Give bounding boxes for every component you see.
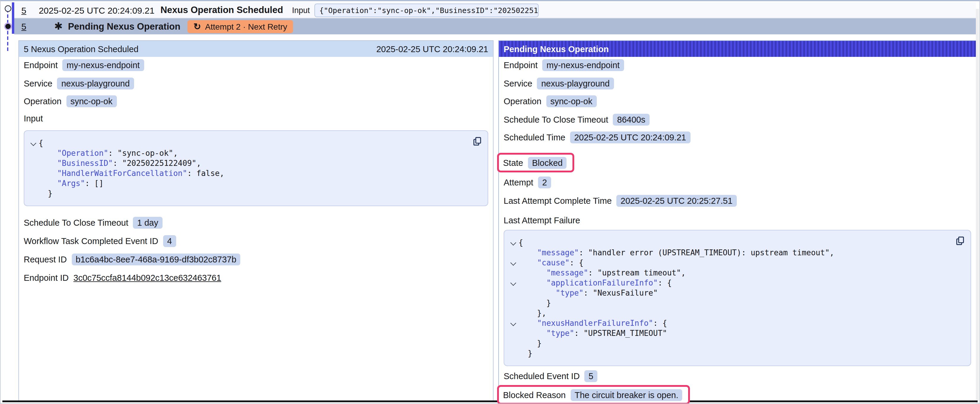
field-request-id: Request ID b1c6a4bc-8ee7-468a-9169-df3b0… bbox=[24, 253, 488, 265]
endpoint-id-label: Endpoint ID bbox=[24, 273, 69, 282]
event-input-preview[interactable]: {"Operation":"sync-op-ok","BusinessID":"… bbox=[314, 3, 539, 17]
field-attempt: Attempt 2 bbox=[504, 176, 971, 188]
service-label: Service bbox=[24, 79, 52, 88]
event-detail-card-scheduled: 5 Nexus Operation Scheduled 2025-02-25 U… bbox=[18, 40, 493, 401]
stct-value: 1 day bbox=[133, 217, 162, 229]
endpoint-value: my-nexus-endpoint bbox=[542, 59, 624, 71]
event-title: Nexus Operation Scheduled bbox=[161, 5, 283, 16]
selected-event-indicator-bar bbox=[11, 2, 14, 34]
event-row-pending-nexus-operation[interactable]: 5 ✱ Pending Nexus Operation ↻ Attempt 2 … bbox=[14, 18, 976, 34]
right-card-title: Pending Nexus Operation bbox=[504, 44, 609, 54]
service-value: nexus-playground bbox=[537, 77, 614, 89]
state-value: Blocked bbox=[528, 157, 567, 168]
attempt-badge-label: Attempt 2 · Next Retry bbox=[205, 22, 287, 31]
lact-value: 2025-02-25 UTC 20:25:27.51 bbox=[616, 195, 737, 207]
operation-value: sync-op-ok bbox=[546, 95, 597, 107]
collapse-chevron-icon[interactable] bbox=[511, 321, 516, 326]
field-last-attempt-complete-time: Last Attempt Complete Time 2025-02-25 UT… bbox=[504, 195, 971, 207]
lact-label: Last Attempt Complete Time bbox=[504, 196, 612, 206]
field-schedule-to-close-timeout: Schedule To Close Timeout 86400s bbox=[504, 113, 971, 125]
stct-value: 86400s bbox=[613, 113, 649, 125]
operation-label: Operation bbox=[504, 97, 541, 106]
pending-title: Pending Nexus Operation bbox=[68, 21, 180, 32]
left-card-title: 5 Nexus Operation Scheduled bbox=[24, 44, 138, 54]
event-input-label: Input bbox=[292, 6, 310, 14]
field-endpoint-id: Endpoint ID 3c0c75ccfa8144b092c13ce63246… bbox=[24, 272, 488, 284]
scheduled-time-label: Scheduled Time bbox=[504, 133, 565, 142]
vertical-scrollbar[interactable] bbox=[976, 9, 979, 403]
input-section-label: Input bbox=[24, 112, 488, 124]
stct-label: Schedule To Close Timeout bbox=[504, 115, 608, 124]
blocked-reason-highlight-annotation: Blocked Reason The circuit breaker is op… bbox=[497, 385, 690, 404]
service-label: Service bbox=[504, 79, 532, 88]
wtce-label: Workflow Task Completed Event ID bbox=[24, 236, 158, 246]
pending-operation-card: Pending Nexus Operation Endpoint my-nexu… bbox=[498, 40, 977, 404]
left-card-timestamp: 2025-02-25 UTC 20:24:09.21 bbox=[376, 44, 488, 54]
last-attempt-failure-label: Last Attempt Failure bbox=[504, 214, 971, 226]
endpoint-value: my-nexus-endpoint bbox=[63, 59, 144, 71]
pending-id-link[interactable]: 5 bbox=[21, 21, 26, 32]
request-id-value: b1c6a4bc-8ee7-468a-9169-df3b02c8737b bbox=[72, 253, 240, 265]
field-endpoint: Endpoint my-nexus-endpoint bbox=[504, 59, 971, 71]
event-id-link[interactable]: 5 bbox=[21, 5, 26, 15]
operation-label: Operation bbox=[24, 97, 61, 106]
endpoint-id-link[interactable]: 3c0c75ccfa8144b092c13ce632463761 bbox=[73, 273, 221, 282]
workflow-event-viewer: 5 2025-02-25 UTC 20:24:09.21 Nexus Opera… bbox=[0, 0, 980, 404]
blocked-reason-value: The circuit breaker is open. bbox=[570, 389, 682, 401]
blocked-reason-label: Blocked Reason bbox=[503, 390, 566, 399]
seid-value: 5 bbox=[584, 370, 597, 382]
right-card-header: Pending Nexus Operation bbox=[499, 41, 976, 57]
copy-icon[interactable] bbox=[472, 136, 482, 146]
attempt-value: 2 bbox=[538, 176, 551, 188]
service-value: nexus-playground bbox=[57, 77, 134, 89]
request-id-label: Request ID bbox=[24, 255, 67, 264]
field-scheduled-event-id: Scheduled Event ID 5 bbox=[504, 370, 971, 382]
attempt-label: Attempt bbox=[504, 177, 533, 187]
window-bottom-border bbox=[2, 401, 978, 402]
field-operation: Operation sync-op-ok bbox=[24, 95, 488, 107]
event-timestamp: 2025-02-25 UTC 20:24:09.21 bbox=[39, 5, 154, 15]
collapse-chevron-icon[interactable] bbox=[30, 141, 36, 146]
asterisk-pending-icon: ✱ bbox=[54, 21, 63, 32]
endpoint-label: Endpoint bbox=[24, 60, 58, 70]
timeline-event-node-icon[interactable] bbox=[5, 5, 11, 11]
collapse-chevron-icon[interactable] bbox=[511, 261, 516, 266]
copy-icon[interactable] bbox=[955, 236, 965, 246]
left-card-header: 5 Nexus Operation Scheduled 2025-02-25 U… bbox=[19, 41, 493, 57]
field-schedule-to-close-timeout: Schedule To Close Timeout 1 day bbox=[24, 217, 488, 229]
retry-icon: ↻ bbox=[193, 21, 201, 32]
state-label: State bbox=[503, 158, 523, 167]
field-service: Service nexus-playground bbox=[504, 77, 971, 89]
state-highlight-annotation: State Blocked bbox=[497, 153, 574, 173]
field-scheduled-time: Scheduled Time 2025-02-25 UTC 20:24:09.2… bbox=[504, 131, 971, 143]
input-json-viewer: { "Operation": "sync-op-ok", "BusinessID… bbox=[24, 130, 488, 206]
event-row-nexus-operation-scheduled[interactable]: 5 2025-02-25 UTC 20:24:09.21 Nexus Opera… bbox=[14, 2, 976, 18]
timeline-pending-node-icon[interactable] bbox=[4, 22, 12, 30]
collapse-chevron-icon[interactable] bbox=[511, 241, 516, 246]
operation-value: sync-op-ok bbox=[66, 95, 116, 107]
collapse-chevron-icon[interactable] bbox=[511, 281, 516, 286]
attempt-retry-badge: ↻ Attempt 2 · Next Retry bbox=[188, 20, 293, 33]
scheduled-time-value: 2025-02-25 UTC 20:24:09.21 bbox=[570, 131, 690, 143]
field-service: Service nexus-playground bbox=[24, 77, 488, 89]
field-operation: Operation sync-op-ok bbox=[504, 95, 971, 107]
seid-label: Scheduled Event ID bbox=[504, 371, 579, 381]
wtce-value: 4 bbox=[163, 235, 176, 247]
event-rows: 5 2025-02-25 UTC 20:24:09.21 Nexus Opera… bbox=[14, 2, 976, 34]
failure-json-viewer: { "message": "handler error (UPSTREAM_TI… bbox=[504, 230, 971, 366]
endpoint-label: Endpoint bbox=[504, 60, 538, 70]
field-workflow-task-completed-event-id: Workflow Task Completed Event ID 4 bbox=[24, 235, 488, 247]
stct-label: Schedule To Close Timeout bbox=[24, 218, 129, 228]
field-endpoint: Endpoint my-nexus-endpoint bbox=[24, 59, 488, 71]
